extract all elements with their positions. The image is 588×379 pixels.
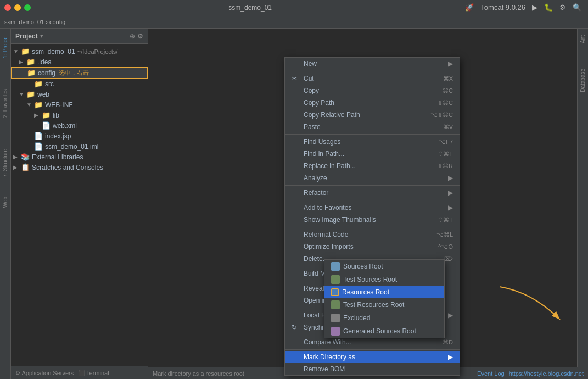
app-servers-button[interactable]: ⚙ Application Servers (15, 370, 74, 376)
menu-show-thumbnails[interactable]: Show Image Thumbnails ⇧⌘T (285, 214, 460, 226)
database-label[interactable]: Database (579, 64, 587, 97)
generated-sources-label: Generated Sources Root (343, 327, 416, 335)
debug-button[interactable]: 🐛 (542, 2, 555, 13)
search-button[interactable]: 🔍 (570, 2, 584, 13)
traffic-lights (4, 4, 31, 11)
settings-icon[interactable]: ⚙ (137, 32, 143, 40)
indexjsp-label: index.jsp (45, 132, 71, 140)
submenu-generated-sources[interactable]: Generated Sources Root (324, 325, 444, 338)
submenu-resources-root[interactable]: Resources Root (324, 286, 444, 298)
src-label: src (45, 80, 54, 88)
tree-config[interactable]: 📁 config 选中，右击 (11, 67, 148, 79)
breadcrumb-bar: ssm_demo_01 › config (0, 15, 588, 29)
structure-panel-label[interactable]: 7: Structure (1, 144, 9, 182)
generated-icon (331, 327, 340, 336)
menu-find-in-path[interactable]: Find in Path... ⇧⌘F (285, 148, 460, 160)
annotation-text: 选中，右击 (59, 69, 89, 77)
separator-3 (285, 185, 460, 186)
submenu-mark-directory[interactable]: Sources Root Test Sources Root Resources… (324, 259, 445, 338)
panel-title-label: Project (15, 32, 38, 40)
tree-webxml[interactable]: 📄 web.xml (11, 120, 148, 131)
close-button[interactable] (4, 4, 11, 11)
menu-new[interactable]: New ▶ (285, 58, 460, 70)
separator-2 (285, 134, 460, 135)
refactor-arrow-icon: ▶ (448, 189, 453, 197)
main-layout: 1: Project 2: Favorites 7: Structure Web… (0, 29, 588, 379)
submenu-sources-root[interactable]: Sources Root (324, 260, 444, 273)
menu-reformat[interactable]: Reformat Code ⌥⌘L (285, 228, 460, 241)
tree-web[interactable]: ▼ 📁 web (11, 89, 148, 99)
menu-analyze[interactable]: Analyze ▶ (285, 172, 460, 184)
webxml-label: web.xml (53, 122, 77, 130)
submenu-test-resources-root[interactable]: Test Resources Root (324, 298, 444, 311)
submenu-excluded[interactable]: Excluded (324, 311, 444, 325)
tree-idea[interactable]: ▶ 📁 .idea (11, 57, 148, 67)
event-log-button[interactable]: Event Log (477, 370, 505, 377)
config-label: config (38, 69, 55, 77)
toolbar-right: 🚀 Tomcat 9.0.26 ▶ 🐛 ⚙ 🔍 (463, 2, 584, 13)
menu-find-usages[interactable]: Find Usages ⌥F7 (285, 136, 460, 148)
external-libs-label: External Libraries (32, 153, 83, 161)
test-sources-root-icon (331, 275, 340, 284)
favorites-panel-label[interactable]: 2: Favorites (1, 85, 9, 122)
tree-external-libs[interactable]: ▶ 📚 External Libraries (11, 152, 148, 162)
scratches-label: Scratches and Consoles (32, 164, 103, 171)
separator-1 (285, 71, 460, 71)
history-arrow-icon: ▶ (448, 311, 453, 319)
tomcat-icon: 🚀 (463, 2, 476, 13)
sources-root-icon (331, 262, 340, 271)
analyze-arrow-icon: ▶ (448, 174, 453, 182)
cut-icon: ✂ (292, 75, 300, 82)
run-button[interactable]: ▶ (530, 2, 540, 13)
project-panel-label[interactable]: 1: Project (1, 31, 9, 63)
status-url: https://hestyle.blog.csdn.net (509, 370, 584, 377)
tree-scratches[interactable]: ▶ 📋 Scratches and Consoles (11, 162, 148, 172)
arrow-annotation (489, 281, 587, 336)
menu-cut[interactable]: ✂ Cut ⌘X (285, 73, 460, 85)
tomcat-label: Tomcat 9.0.26 (478, 2, 528, 13)
minimize-button[interactable] (14, 4, 21, 11)
mark-dir-arrow-icon: ▶ (448, 353, 453, 361)
ant-label[interactable]: Ant (579, 31, 587, 48)
lib-label: lib (53, 112, 59, 119)
menu-mark-directory[interactable]: Mark Directory as ▶ (285, 351, 460, 363)
test-sources-root-label: Test Sources Root (343, 276, 397, 283)
iml-label: ssm_demo_01.iml (45, 143, 98, 151)
idea-label: .idea (37, 58, 52, 66)
menu-copy[interactable]: Copy ⌘C (285, 85, 460, 97)
menu-replace-in-path[interactable]: Replace in Path... ⇧⌘R (285, 160, 460, 172)
build-button[interactable]: ⚙ (557, 2, 568, 13)
favorites-arrow-icon: ▶ (448, 204, 453, 211)
tree-indexjsp[interactable]: 📄 index.jsp (11, 131, 148, 141)
web-panel-label[interactable]: Web (1, 192, 9, 212)
test-resources-root-icon (331, 300, 340, 309)
root-path: ~/IdeaProjects/ (77, 48, 118, 55)
tree-iml[interactable]: 📄 ssm_demo_01.iml (11, 141, 148, 152)
excluded-label: Excluded (343, 314, 370, 322)
menu-add-favorites[interactable]: Add to Favorites ▶ (285, 202, 460, 214)
menu-remove-bom[interactable]: Remove BOM (285, 363, 460, 375)
terminal-button[interactable]: ⬛ Terminal (78, 370, 109, 376)
tree-root[interactable]: ▼ 📁 ssm_demo_01 ~/IdeaProjects/ (11, 46, 148, 57)
menu-copy-path[interactable]: Copy Path ⇧⌘C (285, 97, 460, 109)
resources-root-icon (331, 288, 339, 296)
add-icon[interactable]: ⊕ (130, 32, 135, 40)
submenu-test-sources-root[interactable]: Test Sources Root (324, 273, 444, 286)
menu-optimize-imports[interactable]: Optimize Imports ^⌥O (285, 241, 460, 253)
web-label: web (37, 91, 49, 98)
panel-header: Project ▾ ⊕ ⚙ (11, 29, 148, 44)
sources-root-label: Sources Root (343, 263, 383, 270)
menu-refactor[interactable]: Refactor ▶ (285, 187, 460, 199)
left-sidebar-strip: 1: Project 2: Favorites 7: Structure Web (0, 29, 11, 379)
tree-lib[interactable]: ▶ 📁 lib (11, 110, 148, 120)
maximize-button[interactable] (24, 4, 31, 11)
webinf-label: WEB-INF (45, 101, 73, 109)
tree-webinf[interactable]: ▼ 📁 WEB-INF (11, 99, 148, 110)
status-text: Mark directory as a resources root (153, 370, 244, 377)
menu-copy-relative[interactable]: Copy Relative Path ⌥⇧⌘C (285, 109, 460, 121)
panel-icons: ⊕ ⚙ (130, 32, 143, 40)
project-tree: ▼ 📁 ssm_demo_01 ~/IdeaProjects/ ▶ 📁 .ide… (11, 44, 148, 366)
tree-src[interactable]: 📁 src (11, 79, 148, 89)
menu-paste[interactable]: Paste ⌘V (285, 121, 460, 133)
sync-icon: ↻ (292, 324, 300, 331)
